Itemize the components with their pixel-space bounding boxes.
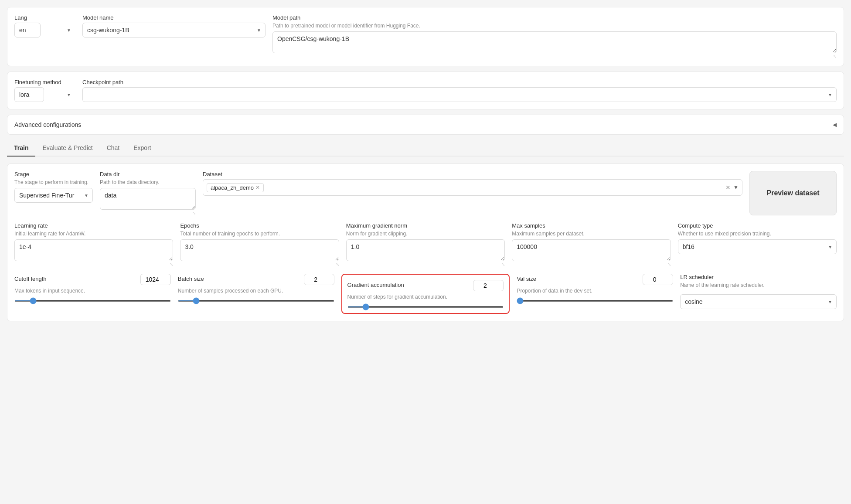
- finetuning-field: Finetuning method lora: [14, 79, 75, 102]
- lr-scheduler-select[interactable]: cosine: [680, 294, 837, 309]
- learning-rate-label: Learning rate: [14, 222, 173, 229]
- lr-scheduler-block: LR scheduler Name of the learning rate s…: [680, 274, 837, 314]
- datadir-block: Data dir Path to the data directory. dat…: [100, 171, 196, 215]
- stage-label: Stage: [14, 171, 93, 177]
- lr-scheduler-desc: Name of the learning rate scheduler.: [680, 282, 837, 288]
- preview-dataset-button[interactable]: Preview dataset: [749, 171, 837, 215]
- tabs-container: Train Evaluate & Predict Chat Export: [7, 140, 844, 157]
- cutoff-desc: Max tokens in input sequence.: [14, 288, 171, 294]
- lr-scheduler-select-wrapper[interactable]: cosine: [680, 294, 837, 309]
- advanced-configurations-toggle[interactable]: Advanced configurations ◀: [7, 115, 844, 135]
- datadir-desc: Path to the data directory.: [100, 179, 196, 185]
- compute-type-desc: Whether to use mixed precision training.: [678, 231, 837, 237]
- model-path-field: Model path Path to pretrained model or m…: [272, 14, 837, 59]
- grad-accum-header: Gradient accumulation: [347, 280, 504, 291]
- model-name-field: Model name csg-wukong-1B: [82, 14, 266, 37]
- compute-type-select-wrapper[interactable]: bf16: [678, 239, 837, 254]
- lang-select-wrapper[interactable]: en: [14, 23, 75, 37]
- tab-evaluate-predict[interactable]: Evaluate & Predict: [35, 140, 99, 157]
- bottom-row: Cutoff length Max tokens in input sequen…: [14, 274, 837, 314]
- model-path-label: Model path: [272, 14, 837, 21]
- grad-norm-resize-handle: ⤡: [346, 262, 505, 267]
- max-samples-block: Max samples Maximum samples per dataset.…: [512, 222, 671, 267]
- dataset-tag-text: alpaca_zh_demo: [211, 184, 254, 191]
- preview-dataset-label: Preview dataset: [767, 189, 820, 197]
- grad-accum-label: Gradient accumulation: [347, 282, 404, 288]
- dataset-block: Dataset alpaca_zh_demo ✕ ✕ ▼: [203, 171, 742, 215]
- samples-resize-handle: ⤡: [512, 262, 671, 267]
- val-size-desc: Proportion of data in the dev set.: [517, 288, 673, 294]
- datadir-resize-handle: ⤡: [100, 211, 196, 215]
- max-grad-norm-input[interactable]: 1.0: [346, 239, 505, 261]
- max-samples-input[interactable]: 100000: [512, 239, 671, 261]
- batch-size-desc: Number of samples processed on each GPU.: [178, 288, 334, 294]
- stage-section: Stage The stage to perform in training. …: [14, 171, 837, 215]
- compute-type-select[interactable]: bf16: [678, 239, 837, 254]
- dataset-label: Dataset: [203, 171, 742, 177]
- cutoff-input[interactable]: [140, 274, 171, 285]
- batch-size-label: Batch size: [178, 276, 204, 282]
- batch-size-header: Batch size: [178, 274, 334, 285]
- learning-rate-input[interactable]: 1e-4: [14, 239, 173, 261]
- dataset-tag[interactable]: alpaca_zh_demo ✕: [207, 183, 264, 192]
- finetuning-label: Finetuning method: [14, 79, 75, 85]
- lr-scheduler-label: LR scheduler: [680, 274, 837, 280]
- lang-field: Lang en: [14, 14, 75, 37]
- stage-select[interactable]: Supervised Fine-Tur: [14, 188, 93, 203]
- checkpoint-field: Checkpoint path: [82, 79, 837, 102]
- datadir-input[interactable]: data: [100, 188, 196, 210]
- checkpoint-select[interactable]: [82, 87, 837, 102]
- max-grad-norm-label: Maximum gradient norm: [346, 222, 505, 229]
- tab-train[interactable]: Train: [7, 140, 35, 157]
- lang-select[interactable]: en: [14, 23, 41, 37]
- dataset-controls: ✕ ▼: [725, 184, 739, 191]
- compute-type-label: Compute type: [678, 222, 837, 229]
- finetuning-select-wrapper[interactable]: lora: [14, 87, 75, 102]
- advanced-title: Advanced configurations: [14, 121, 81, 128]
- val-size-block: Val size Proportion of data in the dev s…: [517, 274, 673, 314]
- batch-size-block: Batch size Number of samples processed o…: [178, 274, 334, 314]
- cutoff-block: Cutoff length Max tokens in input sequen…: [14, 274, 171, 314]
- val-size-input[interactable]: [643, 274, 673, 285]
- max-grad-norm-desc: Norm for gradient clipping.: [346, 231, 505, 237]
- batch-size-slider[interactable]: [178, 300, 334, 302]
- val-size-header: Val size: [517, 274, 673, 285]
- stage-select-wrapper[interactable]: Supervised Fine-Tur: [14, 188, 93, 203]
- lr-resize-handle: ⤡: [14, 262, 173, 267]
- max-samples-desc: Maximum samples per dataset.: [512, 231, 671, 237]
- grad-accum-input[interactable]: [473, 280, 504, 291]
- epochs-label: Epochs: [180, 222, 339, 229]
- checkpoint-select-wrapper[interactable]: [82, 87, 837, 102]
- grad-accum-desc: Number of steps for gradient accumulatio…: [347, 294, 504, 300]
- tab-chat[interactable]: Chat: [100, 140, 127, 157]
- batch-size-input[interactable]: [304, 274, 334, 285]
- dataset-clear-icon[interactable]: ✕: [725, 184, 731, 191]
- stage-block: Stage The stage to perform in training. …: [14, 171, 93, 215]
- checkpoint-label: Checkpoint path: [82, 79, 837, 85]
- metrics-row: Learning rate Initial learning rate for …: [14, 222, 837, 267]
- grad-accum-slider[interactable]: [347, 306, 504, 308]
- epochs-input[interactable]: 3.0: [180, 239, 339, 261]
- lang-label: Lang: [14, 14, 75, 21]
- gradient-accumulation-block: Gradient accumulation Number of steps fo…: [341, 274, 510, 314]
- tab-export[interactable]: Export: [126, 140, 158, 157]
- dataset-input-wrapper[interactable]: alpaca_zh_demo ✕ ✕ ▼: [203, 179, 742, 196]
- resize-handle-icon: ⤡: [272, 54, 837, 59]
- epochs-resize-handle: ⤡: [180, 262, 339, 267]
- epochs-block: Epochs Total number of training epochs t…: [180, 222, 339, 267]
- finetuning-select[interactable]: lora: [14, 87, 44, 102]
- model-path-input[interactable]: OpenCSG/csg-wukong-1B: [272, 31, 837, 53]
- dataset-chevron-icon[interactable]: ▼: [733, 184, 739, 191]
- datadir-label: Data dir: [100, 171, 196, 177]
- cutoff-slider[interactable]: [14, 300, 171, 302]
- compute-type-block: Compute type Whether to use mixed precis…: [678, 222, 837, 267]
- dataset-tag-close[interactable]: ✕: [255, 184, 260, 191]
- stage-desc: The stage to perform in training.: [14, 179, 93, 185]
- model-name-select-wrapper[interactable]: csg-wukong-1B: [82, 23, 266, 37]
- model-name-select[interactable]: csg-wukong-1B: [82, 23, 266, 37]
- max-grad-norm-block: Maximum gradient norm Norm for gradient …: [346, 222, 505, 267]
- model-path-desc: Path to pretrained model or model identi…: [272, 23, 837, 29]
- val-size-slider[interactable]: [517, 300, 673, 302]
- model-name-label: Model name: [82, 14, 266, 21]
- train-card: Stage The stage to perform in training. …: [7, 163, 844, 321]
